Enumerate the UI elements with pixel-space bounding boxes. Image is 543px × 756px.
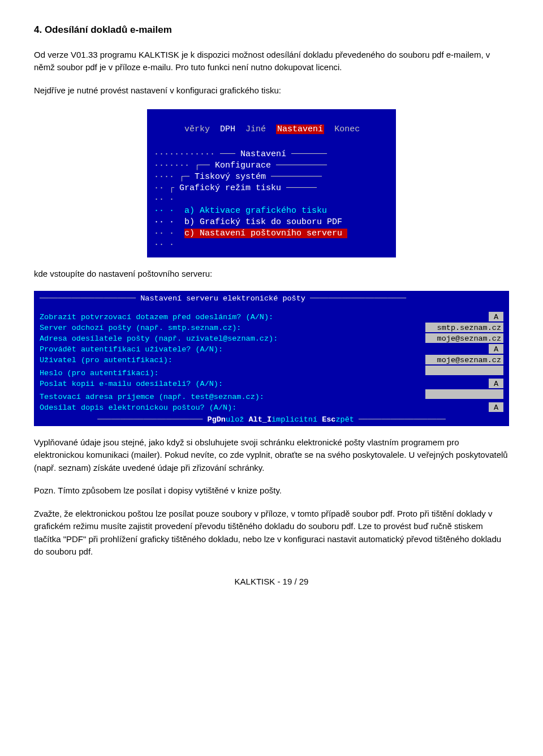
- menu-verky: věrky: [184, 124, 210, 134]
- menu-nastaveni: Nastavení: [276, 124, 324, 134]
- form-value: A: [489, 402, 503, 412]
- screenshot-form: ───────────────────── Nastavení serveru …: [34, 291, 509, 426]
- paragraph-5: Pozn. Tímto způsobem lze posílat i dopis…: [34, 484, 509, 497]
- paragraph-6: Zvažte, že elektronickou poštou lze posí…: [34, 508, 509, 559]
- form-row: Provádět autentifikaci uživatele? (A/N):…: [40, 344, 503, 355]
- shot2-title-row: ───────────────────── Nastavení serveru …: [40, 293, 503, 304]
- paragraph-2: Nejdříve je nutné provést nastavení v ko…: [34, 84, 509, 97]
- form-label: Heslo (pro autentifikaci):: [40, 368, 159, 379]
- form-value: moje@seznam.cz: [425, 355, 503, 364]
- form-row: Server odchozí pošty (např. smtp.seznam.…: [40, 323, 503, 333]
- shot1-row-blank: ·· ·: [154, 194, 389, 205]
- shot2-footer: ─────────────────────── PgDnulož Alt_Iim…: [40, 413, 503, 425]
- form-row: Testovací adresa prijemce (např. test@se…: [40, 389, 503, 402]
- form-row: Heslo (pro autentifikaci):: [40, 366, 503, 379]
- screenshot-menu: věrky DPH Jiné Nastavení Konec ·········…: [147, 107, 396, 257]
- page-number: KALKTISK - 19 / 29: [34, 575, 509, 589]
- shot1-menubar: věrky DPH Jiné Nastavení Konec: [154, 113, 389, 149]
- form-value: [425, 366, 503, 375]
- shot1-row-tiskovy: ···· ┌─ Tiskový systém ──────────: [154, 171, 389, 183]
- shot1-row-konfigurace: ······· ┌── Konfigurace ──────────: [154, 160, 389, 171]
- form-row: Odesílat dopis elektronickou poštou? (A/…: [40, 402, 503, 413]
- form-value: smtp.seznam.cz: [425, 323, 503, 332]
- form-value: moje@seznam.cz: [425, 333, 503, 343]
- menu-dph: DPH: [220, 124, 235, 134]
- form-label: Testovací adresa prijemce (např. test@se…: [40, 392, 264, 402]
- form-label: Zobrazit potvrzovací dotazem před odeslá…: [40, 312, 273, 323]
- paragraph-3: kde vstoupíte do nastavení poštovního se…: [34, 268, 509, 281]
- form-label: Odesílat dopis elektronickou poštou? (A/…: [40, 402, 236, 413]
- form-label: Uživatel (pro autentifikaci):: [40, 355, 173, 366]
- menu-konec: Konec: [334, 124, 360, 134]
- shot1-opt-a: ·· · a) Aktivace grafického tisku: [154, 205, 389, 217]
- paragraph-4: Vyplňované údaje jsou stejné, jako když …: [34, 436, 509, 475]
- shot1-row-nastaveni: ············ ─── Nastavení ───────: [154, 149, 389, 160]
- form-value: A: [489, 379, 503, 388]
- form-label: Poslat kopii e-mailu odesílateli? (A/N):: [40, 379, 223, 389]
- form-row: Adresa odesílatele pošty (např. uzivatel…: [40, 333, 503, 344]
- shot1-opt-c: ·· · c) Nastavení poštovního serveru: [154, 228, 389, 239]
- form-value: [425, 389, 503, 399]
- shot1-row-graficky: ·· ┌ Grafický režim tisku ──────: [154, 183, 389, 194]
- form-label: Server odchozí pošty (např. smtp.seznam.…: [40, 323, 241, 333]
- form-row: Uživatel (pro autentifikaci):moje@seznam…: [40, 355, 503, 366]
- section-heading: 4. Odesílání dokladů e-mailem: [34, 23, 509, 37]
- form-row: Zobrazit potvrzovací dotazem před odeslá…: [40, 312, 503, 323]
- form-label: Adresa odesílatele pošty (např. uzivatel…: [40, 333, 278, 344]
- form-value: A: [489, 312, 503, 321]
- form-row: Poslat kopii e-mailu odesílateli? (A/N):…: [40, 379, 503, 389]
- paragraph-1: Od verze V01.33 programu KALKTISK je k d…: [34, 49, 509, 74]
- form-value: A: [489, 344, 503, 354]
- shot1-opt-b: ·· · b) Grafický tisk do souboru PDF: [154, 217, 389, 228]
- menu-jine: Jiné: [245, 124, 266, 134]
- shot1-row-tail: ·· ·: [154, 239, 389, 251]
- form-label: Provádět autentifikaci uživatele? (A/N):: [40, 344, 223, 355]
